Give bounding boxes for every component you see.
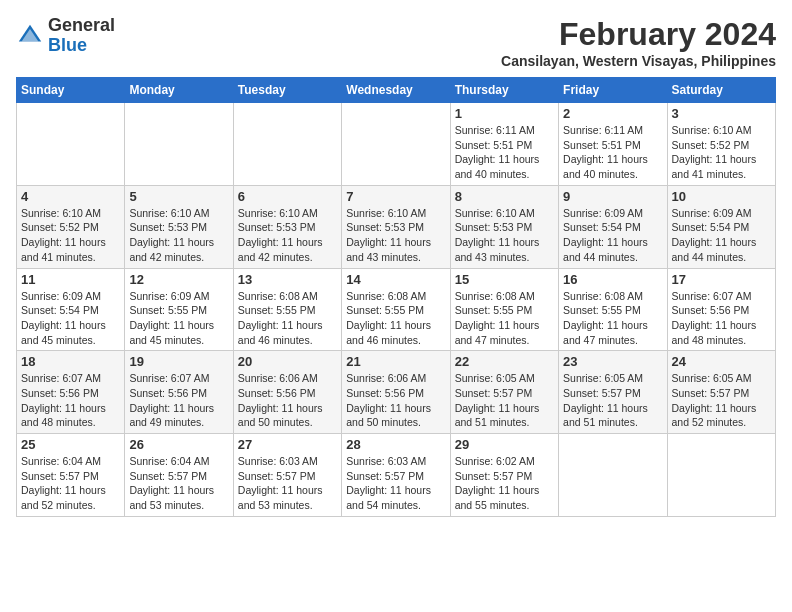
day-number: 19: [129, 354, 228, 369]
calendar-header-row: SundayMondayTuesdayWednesdayThursdayFrid…: [17, 78, 776, 103]
calendar-day-cell: 25Sunrise: 6:04 AM Sunset: 5:57 PM Dayli…: [17, 434, 125, 517]
calendar-day-cell: 12Sunrise: 6:09 AM Sunset: 5:55 PM Dayli…: [125, 268, 233, 351]
location-subtitle: Cansilayan, Western Visayas, Philippines: [501, 53, 776, 69]
day-info: Sunrise: 6:11 AM Sunset: 5:51 PM Dayligh…: [455, 123, 554, 182]
day-info: Sunrise: 6:07 AM Sunset: 5:56 PM Dayligh…: [21, 371, 120, 430]
day-info: Sunrise: 6:05 AM Sunset: 5:57 PM Dayligh…: [672, 371, 771, 430]
day-info: Sunrise: 6:08 AM Sunset: 5:55 PM Dayligh…: [455, 289, 554, 348]
calendar-day-cell: 26Sunrise: 6:04 AM Sunset: 5:57 PM Dayli…: [125, 434, 233, 517]
calendar-day-cell: 21Sunrise: 6:06 AM Sunset: 5:56 PM Dayli…: [342, 351, 450, 434]
day-info: Sunrise: 6:03 AM Sunset: 5:57 PM Dayligh…: [238, 454, 337, 513]
day-number: 29: [455, 437, 554, 452]
calendar-day-cell: 22Sunrise: 6:05 AM Sunset: 5:57 PM Dayli…: [450, 351, 558, 434]
day-header-sunday: Sunday: [17, 78, 125, 103]
day-number: 12: [129, 272, 228, 287]
day-number: 15: [455, 272, 554, 287]
day-number: 18: [21, 354, 120, 369]
empty-day-cell: [667, 434, 775, 517]
day-number: 9: [563, 189, 662, 204]
calendar-day-cell: 17Sunrise: 6:07 AM Sunset: 5:56 PM Dayli…: [667, 268, 775, 351]
calendar-day-cell: 15Sunrise: 6:08 AM Sunset: 5:55 PM Dayli…: [450, 268, 558, 351]
empty-day-cell: [342, 103, 450, 186]
day-info: Sunrise: 6:02 AM Sunset: 5:57 PM Dayligh…: [455, 454, 554, 513]
day-number: 22: [455, 354, 554, 369]
day-number: 24: [672, 354, 771, 369]
day-header-thursday: Thursday: [450, 78, 558, 103]
day-header-monday: Monday: [125, 78, 233, 103]
day-number: 11: [21, 272, 120, 287]
calendar-day-cell: 7Sunrise: 6:10 AM Sunset: 5:53 PM Daylig…: [342, 185, 450, 268]
day-info: Sunrise: 6:10 AM Sunset: 5:52 PM Dayligh…: [672, 123, 771, 182]
day-info: Sunrise: 6:06 AM Sunset: 5:56 PM Dayligh…: [346, 371, 445, 430]
day-number: 8: [455, 189, 554, 204]
calendar-day-cell: 23Sunrise: 6:05 AM Sunset: 5:57 PM Dayli…: [559, 351, 667, 434]
calendar-week-row: 4Sunrise: 6:10 AM Sunset: 5:52 PM Daylig…: [17, 185, 776, 268]
day-info: Sunrise: 6:06 AM Sunset: 5:56 PM Dayligh…: [238, 371, 337, 430]
calendar-day-cell: 1Sunrise: 6:11 AM Sunset: 5:51 PM Daylig…: [450, 103, 558, 186]
day-info: Sunrise: 6:09 AM Sunset: 5:54 PM Dayligh…: [21, 289, 120, 348]
logo-icon: [16, 22, 44, 50]
calendar-day-cell: 10Sunrise: 6:09 AM Sunset: 5:54 PM Dayli…: [667, 185, 775, 268]
title-area: February 2024 Cansilayan, Western Visaya…: [501, 16, 776, 69]
day-number: 13: [238, 272, 337, 287]
day-header-tuesday: Tuesday: [233, 78, 341, 103]
calendar-day-cell: 24Sunrise: 6:05 AM Sunset: 5:57 PM Dayli…: [667, 351, 775, 434]
logo-blue: Blue: [48, 35, 87, 55]
calendar-day-cell: 28Sunrise: 6:03 AM Sunset: 5:57 PM Dayli…: [342, 434, 450, 517]
day-info: Sunrise: 6:04 AM Sunset: 5:57 PM Dayligh…: [129, 454, 228, 513]
day-info: Sunrise: 6:08 AM Sunset: 5:55 PM Dayligh…: [346, 289, 445, 348]
calendar-week-row: 11Sunrise: 6:09 AM Sunset: 5:54 PM Dayli…: [17, 268, 776, 351]
day-number: 3: [672, 106, 771, 121]
calendar-day-cell: 9Sunrise: 6:09 AM Sunset: 5:54 PM Daylig…: [559, 185, 667, 268]
day-number: 7: [346, 189, 445, 204]
calendar-day-cell: 29Sunrise: 6:02 AM Sunset: 5:57 PM Dayli…: [450, 434, 558, 517]
calendar-day-cell: 16Sunrise: 6:08 AM Sunset: 5:55 PM Dayli…: [559, 268, 667, 351]
empty-day-cell: [559, 434, 667, 517]
day-info: Sunrise: 6:08 AM Sunset: 5:55 PM Dayligh…: [563, 289, 662, 348]
day-number: 2: [563, 106, 662, 121]
day-number: 25: [21, 437, 120, 452]
day-info: Sunrise: 6:10 AM Sunset: 5:53 PM Dayligh…: [129, 206, 228, 265]
calendar-day-cell: 4Sunrise: 6:10 AM Sunset: 5:52 PM Daylig…: [17, 185, 125, 268]
day-info: Sunrise: 6:03 AM Sunset: 5:57 PM Dayligh…: [346, 454, 445, 513]
calendar-day-cell: 19Sunrise: 6:07 AM Sunset: 5:56 PM Dayli…: [125, 351, 233, 434]
calendar-week-row: 1Sunrise: 6:11 AM Sunset: 5:51 PM Daylig…: [17, 103, 776, 186]
month-year-title: February 2024: [501, 16, 776, 53]
calendar-day-cell: 2Sunrise: 6:11 AM Sunset: 5:51 PM Daylig…: [559, 103, 667, 186]
day-info: Sunrise: 6:08 AM Sunset: 5:55 PM Dayligh…: [238, 289, 337, 348]
day-info: Sunrise: 6:09 AM Sunset: 5:55 PM Dayligh…: [129, 289, 228, 348]
calendar-day-cell: 13Sunrise: 6:08 AM Sunset: 5:55 PM Dayli…: [233, 268, 341, 351]
calendar-day-cell: 5Sunrise: 6:10 AM Sunset: 5:53 PM Daylig…: [125, 185, 233, 268]
day-number: 21: [346, 354, 445, 369]
calendar-day-cell: 8Sunrise: 6:10 AM Sunset: 5:53 PM Daylig…: [450, 185, 558, 268]
calendar-day-cell: 6Sunrise: 6:10 AM Sunset: 5:53 PM Daylig…: [233, 185, 341, 268]
day-header-saturday: Saturday: [667, 78, 775, 103]
empty-day-cell: [125, 103, 233, 186]
day-number: 5: [129, 189, 228, 204]
day-number: 27: [238, 437, 337, 452]
calendar-week-row: 25Sunrise: 6:04 AM Sunset: 5:57 PM Dayli…: [17, 434, 776, 517]
day-number: 10: [672, 189, 771, 204]
day-info: Sunrise: 6:09 AM Sunset: 5:54 PM Dayligh…: [672, 206, 771, 265]
day-number: 20: [238, 354, 337, 369]
page-header: General Blue February 2024 Cansilayan, W…: [16, 16, 776, 69]
calendar-day-cell: 11Sunrise: 6:09 AM Sunset: 5:54 PM Dayli…: [17, 268, 125, 351]
day-number: 23: [563, 354, 662, 369]
day-info: Sunrise: 6:07 AM Sunset: 5:56 PM Dayligh…: [129, 371, 228, 430]
day-info: Sunrise: 6:10 AM Sunset: 5:53 PM Dayligh…: [455, 206, 554, 265]
calendar-day-cell: 27Sunrise: 6:03 AM Sunset: 5:57 PM Dayli…: [233, 434, 341, 517]
calendar-week-row: 18Sunrise: 6:07 AM Sunset: 5:56 PM Dayli…: [17, 351, 776, 434]
calendar-day-cell: 20Sunrise: 6:06 AM Sunset: 5:56 PM Dayli…: [233, 351, 341, 434]
calendar-day-cell: 18Sunrise: 6:07 AM Sunset: 5:56 PM Dayli…: [17, 351, 125, 434]
calendar-day-cell: 14Sunrise: 6:08 AM Sunset: 5:55 PM Dayli…: [342, 268, 450, 351]
day-number: 26: [129, 437, 228, 452]
logo-text: General Blue: [48, 16, 115, 56]
day-header-friday: Friday: [559, 78, 667, 103]
day-header-wednesday: Wednesday: [342, 78, 450, 103]
day-number: 1: [455, 106, 554, 121]
logo: General Blue: [16, 16, 115, 56]
day-number: 14: [346, 272, 445, 287]
day-number: 4: [21, 189, 120, 204]
logo-general: General: [48, 15, 115, 35]
day-info: Sunrise: 6:10 AM Sunset: 5:53 PM Dayligh…: [238, 206, 337, 265]
